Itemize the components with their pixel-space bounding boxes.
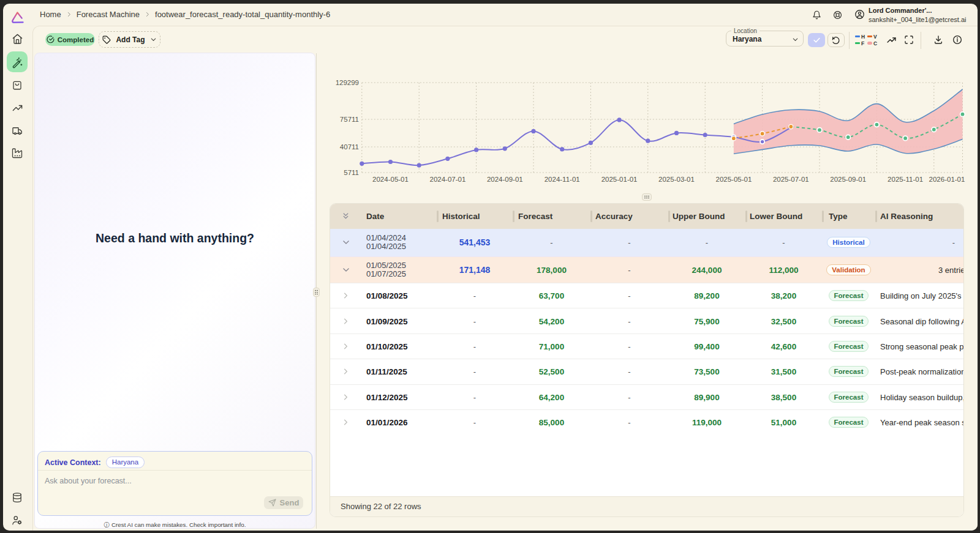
svg-text:40711: 40711 (340, 143, 359, 151)
svg-text:2024-05-01: 2024-05-01 (372, 176, 409, 183)
svg-text:2025-11-01: 2025-11-01 (888, 176, 923, 183)
svg-text:2025-01-01: 2025-01-01 (601, 176, 638, 183)
svg-text:2025-07-01: 2025-07-01 (773, 176, 809, 183)
svg-text:2025-09-01: 2025-09-01 (830, 176, 866, 183)
svg-text:2025-03-01: 2025-03-01 (658, 176, 695, 183)
svg-text:75711: 75711 (340, 116, 359, 123)
svg-text:2024-07-01: 2024-07-01 (429, 176, 466, 183)
svg-text:2024-11-01: 2024-11-01 (545, 176, 580, 183)
svg-text:2024-09-01: 2024-09-01 (487, 176, 523, 183)
svg-text:2025-05-01: 2025-05-01 (715, 176, 752, 183)
svg-text:129299: 129299 (336, 79, 359, 86)
svg-text:5711: 5711 (344, 169, 359, 176)
svg-text:2026-01-01: 2026-01-01 (929, 176, 965, 183)
